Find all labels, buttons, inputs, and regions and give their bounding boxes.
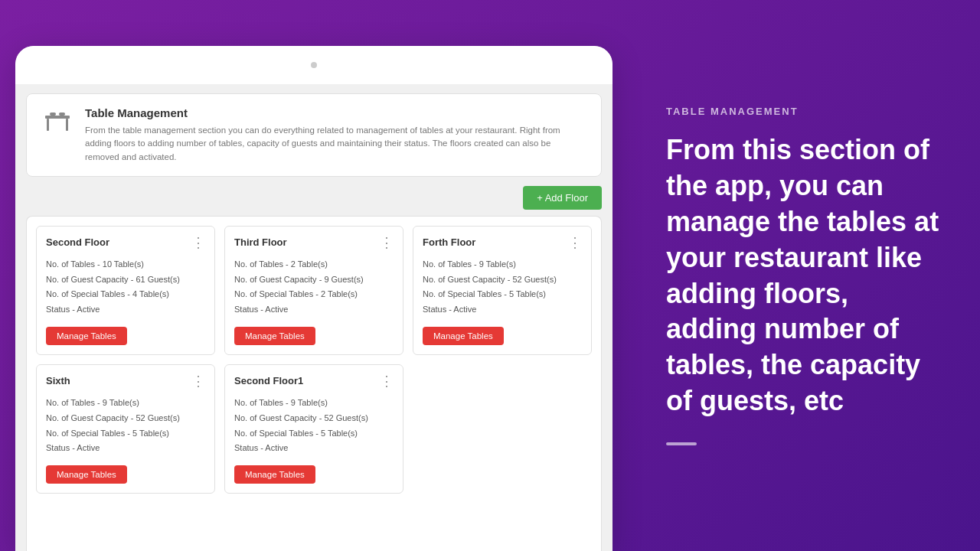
main-description-text: From this section of the app, you can ma… xyxy=(666,132,942,419)
floor-card-4: Second Floor1 ⋮ No. of Tables - 9 Table(… xyxy=(224,364,403,494)
floor-info-1: No. of Tables - 2 Table(s) No. of Guest … xyxy=(234,257,394,318)
floor-guests-3: No. of Guest Capacity - 52 Guest(s) xyxy=(46,411,205,426)
floor-info-3: No. of Tables - 9 Table(s) No. of Guest … xyxy=(46,396,205,456)
floor-name-2: Forth Floor xyxy=(423,236,475,248)
accent-divider xyxy=(666,442,697,445)
floor-card-placeholder xyxy=(413,364,592,494)
header-card: Table Management From the table manageme… xyxy=(26,93,602,177)
right-panel: TABLE MANAGEMENT From this section of th… xyxy=(628,0,980,551)
floor-menu-1[interactable]: ⋮ xyxy=(380,236,394,249)
floor-menu-3[interactable]: ⋮ xyxy=(191,374,205,388)
manage-tables-btn-4[interactable]: Manage Tables xyxy=(234,465,315,484)
svg-rect-2 xyxy=(66,119,68,131)
floor-card-header-4: Second Floor1 ⋮ xyxy=(234,374,394,388)
manage-tables-btn-1[interactable]: Manage Tables xyxy=(234,327,315,345)
manage-tables-btn-2[interactable]: Manage Tables xyxy=(423,327,504,345)
device-content: Table Management From the table manageme… xyxy=(15,84,612,551)
floor-special-3: No. of Special Tables - 5 Table(s) xyxy=(46,426,205,442)
floor-name-0: Second Floor xyxy=(46,236,109,248)
floor-special-2: No. of Special Tables - 5 Table(s) xyxy=(423,287,582,302)
floor-card-header-3: Sixth ⋮ xyxy=(46,374,205,388)
floor-tables-2: No. of Tables - 9 Table(s) xyxy=(423,257,582,272)
svg-rect-1 xyxy=(47,119,49,131)
svg-rect-0 xyxy=(45,116,70,119)
add-floor-button[interactable]: + Add Floor xyxy=(523,186,602,210)
floor-card-header-1: Third Floor ⋮ xyxy=(234,236,394,249)
section-label: TABLE MANAGEMENT xyxy=(666,106,942,117)
floor-tables-4: No. of Tables - 9 Table(s) xyxy=(234,396,394,411)
manage-tables-btn-0[interactable]: Manage Tables xyxy=(46,327,127,345)
floor-tables-1: No. of Tables - 2 Table(s) xyxy=(234,257,394,272)
floor-guests-1: No. of Guest Capacity - 9 Guest(s) xyxy=(234,272,394,288)
floor-card-0: Second Floor ⋮ No. of Tables - 10 Table(… xyxy=(36,226,215,355)
manage-tables-btn-3[interactable]: Manage Tables xyxy=(46,465,127,484)
svg-rect-4 xyxy=(59,112,65,116)
floor-guests-0: No. of Guest Capacity - 61 Guest(s) xyxy=(46,272,205,288)
floor-special-1: No. of Special Tables - 2 Table(s) xyxy=(234,287,394,302)
floor-guests-4: No. of Guest Capacity - 52 Guest(s) xyxy=(234,411,394,426)
floor-card-header-0: Second Floor ⋮ xyxy=(46,236,205,249)
device-wrapper: Table Management From the table manageme… xyxy=(0,0,628,551)
floor-name-3: Sixth xyxy=(46,375,70,386)
floor-status-0: Status - Active xyxy=(46,302,205,318)
floor-cards-row1: Second Floor ⋮ No. of Tables - 10 Table(… xyxy=(36,226,592,355)
floor-card-3: Sixth ⋮ No. of Tables - 9 Table(s) No. o… xyxy=(36,364,215,494)
floor-special-4: No. of Special Tables - 5 Table(s) xyxy=(234,426,394,442)
cards-area: Second Floor ⋮ No. of Tables - 10 Table(… xyxy=(26,216,602,551)
floor-menu-2[interactable]: ⋮ xyxy=(568,236,582,249)
floor-info-2: No. of Tables - 9 Table(s) No. of Guest … xyxy=(423,257,582,318)
floor-guests-2: No. of Guest Capacity - 52 Guest(s) xyxy=(423,272,582,288)
floor-menu-4[interactable]: ⋮ xyxy=(380,374,394,388)
header-title: Table Management xyxy=(85,106,587,119)
device-top-bar xyxy=(15,46,612,84)
floor-tables-3: No. of Tables - 9 Table(s) xyxy=(46,396,205,411)
floor-card-1: Third Floor ⋮ No. of Tables - 2 Table(s)… xyxy=(224,226,403,355)
floor-tables-0: No. of Tables - 10 Table(s) xyxy=(46,257,205,272)
floor-status-2: Status - Active xyxy=(423,302,582,318)
floor-name-4: Second Floor1 xyxy=(234,375,303,386)
floor-menu-0[interactable]: ⋮ xyxy=(191,236,205,249)
floor-card-header-2: Forth Floor ⋮ xyxy=(423,236,582,249)
svg-rect-3 xyxy=(50,112,56,116)
floor-name-1: Third Floor xyxy=(234,236,287,248)
floor-status-1: Status - Active xyxy=(234,302,394,318)
floor-info-0: No. of Tables - 10 Table(s) No. of Guest… xyxy=(46,257,205,318)
device-dot xyxy=(311,62,317,68)
header-description: From the table management section you ca… xyxy=(85,124,587,164)
device-card: Table Management From the table manageme… xyxy=(15,46,612,551)
floor-card-2: Forth Floor ⋮ No. of Tables - 9 Table(s)… xyxy=(413,226,592,355)
add-floor-row: + Add Floor xyxy=(15,183,612,216)
floor-info-4: No. of Tables - 9 Table(s) No. of Guest … xyxy=(234,396,394,456)
floor-special-0: No. of Special Tables - 4 Table(s) xyxy=(46,287,205,302)
table-management-icon xyxy=(41,106,74,140)
floor-status-4: Status - Active xyxy=(234,441,394,456)
floor-cards-row2: Sixth ⋮ No. of Tables - 9 Table(s) No. o… xyxy=(36,364,592,494)
header-text: Table Management From the table manageme… xyxy=(85,106,587,164)
floor-status-3: Status - Active xyxy=(46,441,205,456)
